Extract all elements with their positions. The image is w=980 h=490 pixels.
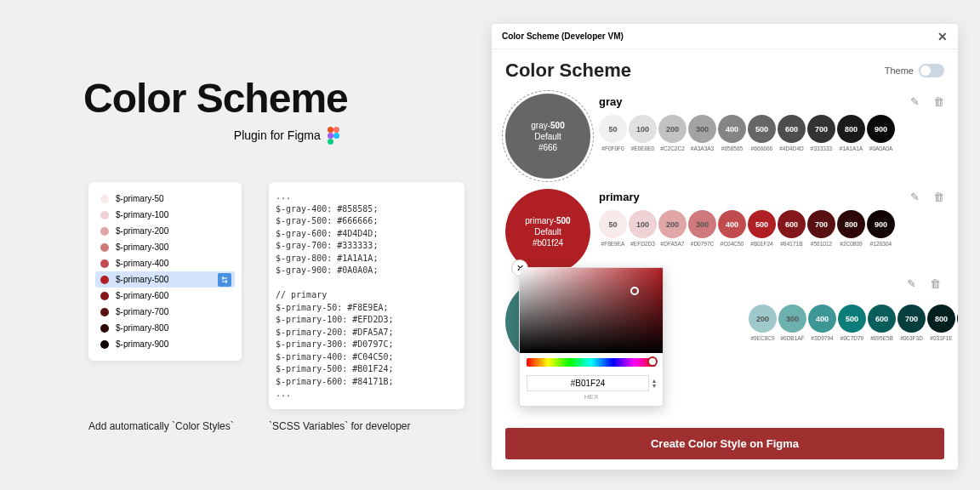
swatch[interactable]: 50#F0F0F0 xyxy=(599,115,627,151)
swatch-hex: #C04C50 xyxy=(721,241,744,247)
swatch[interactable]: 800#1A1A1A xyxy=(837,115,865,151)
style-name: $-primary-400 xyxy=(116,259,168,268)
color-dot xyxy=(100,292,109,300)
caption-styles: Add automatically `Color Styles` xyxy=(88,420,234,432)
format-stepper[interactable]: ▴▾ xyxy=(652,379,656,388)
hex-format-label: HEX xyxy=(520,393,663,406)
edit-icon[interactable]: ✎ xyxy=(907,277,916,290)
swatch[interactable]: 800#031F1E xyxy=(927,305,955,341)
scheme-circle[interactable]: gray-500Default#666 xyxy=(505,94,590,179)
create-style-button[interactable]: Create Color Style on Figma xyxy=(505,428,944,459)
swatch[interactable]: 300#D0797C xyxy=(688,210,716,247)
swatch[interactable]: 200#DFA5A7 xyxy=(658,210,687,247)
color-dot xyxy=(100,308,109,316)
style-name: $-primary-50 xyxy=(116,194,164,203)
delete-icon[interactable]: 🗑 xyxy=(930,277,941,290)
color-dot xyxy=(100,259,109,268)
color-dot xyxy=(100,195,109,203)
style-row[interactable]: $-primary-600 xyxy=(95,288,235,304)
delete-icon[interactable]: 🗑 xyxy=(933,95,944,108)
swatch[interactable]: 400#858585 xyxy=(718,115,746,151)
swatch-hex: #858585 xyxy=(721,145,743,151)
swatch-hex: #B01F24 xyxy=(750,241,772,247)
swatch-hex: #120304 xyxy=(870,241,892,247)
swatch[interactable]: 700#333333 xyxy=(807,115,835,151)
swatch[interactable]: 700#581012 xyxy=(807,210,835,247)
style-row[interactable]: $-primary-50 xyxy=(95,191,235,207)
swatch-hex: #666666 xyxy=(751,145,772,151)
caption-scss: `SCSS Variables` for developer xyxy=(269,420,411,432)
swatch-hex: #2C0809 xyxy=(840,241,862,247)
scheme-name: gray xyxy=(599,95,622,108)
swatch-hex: #095E5B xyxy=(870,335,893,341)
swatch-hex: #F8E9EA xyxy=(601,241,625,247)
swatch-hex: #9EC8C9 xyxy=(750,335,774,341)
swatch-hex: #F0F0F0 xyxy=(601,145,624,151)
swatch[interactable]: 300#A3A3A3 xyxy=(688,115,716,151)
style-row[interactable]: $-primary-300 xyxy=(95,239,235,255)
swatch[interactable]: 300#6DB1AF xyxy=(778,305,806,341)
swatch-hex: #3D9794 xyxy=(811,335,833,341)
swatch[interactable]: 100#EFD2D3 xyxy=(629,210,657,247)
scss-code-panel: ... $-gray-400: #858585; $-gray-500: #66… xyxy=(269,182,464,409)
swatch-hex: #A3A3A3 xyxy=(691,145,714,151)
style-row[interactable]: $-primary-400 xyxy=(95,255,235,271)
swatch[interactable]: 400#3D9794 xyxy=(808,305,836,341)
swatch-hex: #D0797C xyxy=(691,241,714,247)
color-dot xyxy=(100,227,109,236)
swatch[interactable]: 800#2C0809 xyxy=(837,210,865,247)
style-row[interactable]: $-primary-800 xyxy=(95,320,235,336)
edit-icon[interactable]: ✎ xyxy=(910,191,920,203)
color-dot xyxy=(100,243,109,252)
style-row[interactable]: $-primary-500 xyxy=(95,271,235,288)
swatch[interactable]: 900#120304 xyxy=(867,210,895,247)
swatch[interactable]: 200#C2C2C2 xyxy=(658,115,687,151)
swatch-hex: #0A0A0A xyxy=(869,145,892,151)
swatch[interactable]: 700#063F3D xyxy=(897,305,926,341)
style-row[interactable]: $-primary-900 xyxy=(95,336,235,352)
style-row[interactable]: $-primary-700 xyxy=(95,304,235,320)
swatch[interactable]: 200#9EC8C9 xyxy=(749,305,777,341)
swatch[interactable]: 500#0C7D79 xyxy=(838,305,866,341)
edit-icon[interactable]: ✎ xyxy=(910,95,920,108)
style-name: $-primary-100 xyxy=(116,210,168,219)
style-name: $-primary-600 xyxy=(116,291,168,300)
swatch[interactable]: 500#B01F24 xyxy=(748,210,776,247)
theme-label: Theme xyxy=(885,66,914,76)
swatch-hex: #0C7D79 xyxy=(840,335,863,341)
swatch-hex: #DFA5A7 xyxy=(661,241,685,247)
delete-icon[interactable]: 🗑 xyxy=(933,191,944,203)
swatch[interactable]: 100#E0E0E0 xyxy=(629,115,657,151)
style-name: $-primary-300 xyxy=(116,242,168,252)
style-name: $-primary-900 xyxy=(116,339,168,349)
color-picker: ✕ ▴▾ HEX xyxy=(519,267,664,407)
swatch[interactable]: 900#0A0A0A xyxy=(867,115,895,151)
swatch[interactable]: 600#84171B xyxy=(778,210,806,247)
swatch-hex: #031F1E xyxy=(930,335,952,341)
swatch-hex: #6DB1AF xyxy=(780,335,804,341)
style-row[interactable]: $-primary-100 xyxy=(95,207,235,223)
hue-slider[interactable] xyxy=(527,358,656,367)
style-name: $-primary-800 xyxy=(116,323,168,333)
theme-toggle[interactable] xyxy=(919,64,944,77)
style-name: $-primary-500 xyxy=(116,275,168,284)
color-dot xyxy=(100,340,109,349)
style-row[interactable]: $-primary-200 xyxy=(95,223,235,239)
hero-subtitle: Plugin for Figma xyxy=(234,128,321,142)
swatch-hex: #333333 xyxy=(811,145,832,151)
close-icon[interactable]: ✕ xyxy=(937,30,948,43)
plugin-title: Color Scheme xyxy=(505,60,631,82)
swatch-hex: #581012 xyxy=(811,241,832,247)
adjust-icon[interactable] xyxy=(218,273,231,287)
figma-icon xyxy=(328,127,339,144)
swatch[interactable]: 500#666666 xyxy=(748,115,776,151)
swatch[interactable]: 600#095E5B xyxy=(868,305,896,341)
swatch-hex: #EFD2D3 xyxy=(630,241,655,247)
swatch[interactable]: 900#010D0C xyxy=(957,305,958,341)
swatch[interactable]: 50#F8E9EA xyxy=(599,210,627,247)
swatch[interactable]: 400#C04C50 xyxy=(718,210,746,247)
saturation-field[interactable] xyxy=(520,268,663,353)
swatch-hex: #C2C2C2 xyxy=(660,145,685,151)
swatch[interactable]: 600#4D4D4D xyxy=(778,115,806,151)
hex-input[interactable] xyxy=(527,375,649,391)
